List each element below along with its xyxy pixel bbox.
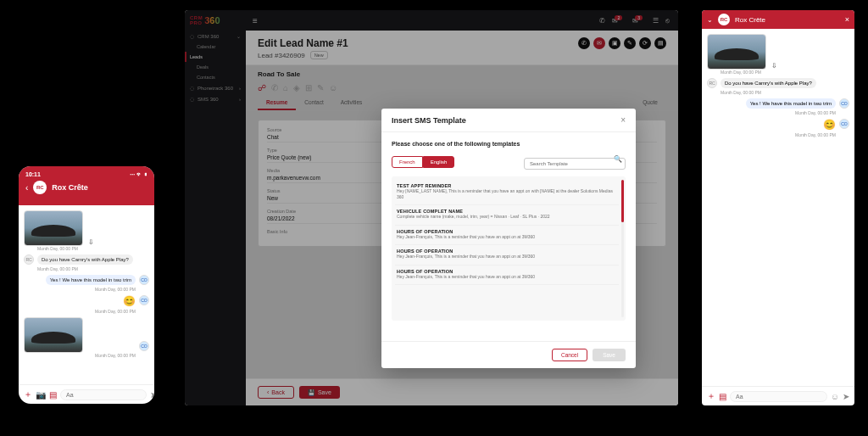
sidebar: CRM PRO 360 ◌ CRM 360⌄ Calendar Leads De… (185, 10, 246, 405)
sms-template-modal: Insert SMS Template × Please choose one … (381, 109, 636, 368)
page-header: Edit Lead Name #1 ✆ ✉ ▣ ✎ ⟳ ▤ Lead #3426… (246, 31, 678, 65)
action-video-icon[interactable]: ▣ (609, 37, 620, 49)
status-icons: ··· ᯤ ▮ (130, 171, 147, 177)
tab-resume[interactable]: Resume (258, 96, 296, 110)
step-icon[interactable]: ⌂ (283, 83, 288, 92)
timestamp: Month Day, 00:00 PM (24, 287, 136, 292)
message-input[interactable] (60, 389, 147, 400)
exit-icon[interactable]: ⎋ (665, 17, 670, 25)
sidebar-item-phonetrack[interactable]: ◌ Phonetrack 360› (185, 82, 246, 93)
step-icon[interactable]: ◈ (293, 83, 300, 92)
save-icon: 💾 (308, 389, 315, 396)
action-phone-icon[interactable]: ✆ (578, 37, 590, 49)
back-icon[interactable]: ‹ (25, 183, 28, 193)
avatar: RC (24, 254, 34, 265)
avatar-agent: CO (139, 275, 149, 285)
template-item[interactable]: HOURS OF OPERATION Hey Jean-François, Th… (395, 226, 619, 246)
message-out: Yes ! We have this model in two trim (746, 98, 836, 109)
chevron-right-icon: › (239, 86, 241, 91)
timestamp: Month Day, 00:00 PM (707, 110, 836, 115)
avatar[interactable]: RC (33, 181, 47, 194)
menu-icon[interactable]: ≡ (253, 16, 258, 25)
template-item[interactable]: TEST APPT REMINDER Hey [NAME_LAST NAME],… (395, 180, 619, 205)
badge: 3 (635, 15, 643, 20)
bell-icon[interactable]: ☰ (653, 17, 659, 25)
lang-english-button[interactable]: English (423, 156, 455, 168)
template-icon[interactable]: ▤ (719, 392, 726, 401)
timestamp: Month Day, 00:00 PM (24, 309, 136, 314)
tab-activities[interactable]: Activities (332, 96, 371, 110)
step-icon[interactable]: ✆ (271, 83, 278, 92)
step-icon[interactable]: ✎ (317, 83, 324, 92)
message-in: Do you have Camry's with Apple Play? (721, 78, 816, 88)
close-icon[interactable]: × (620, 115, 626, 125)
contact-name: Rox Crête (735, 16, 765, 24)
chevron-down-icon: ⌄ (236, 33, 241, 39)
timestamp: Month Day, 00:00 PM (37, 266, 149, 271)
download-icon[interactable]: ⇩ (771, 62, 777, 70)
logo[interactable]: CRM PRO 360 (185, 10, 246, 31)
save-button[interactable]: 💾Save (299, 386, 340, 399)
camera-icon[interactable]: 📷 (36, 390, 46, 400)
action-note-icon[interactable]: ✎ (624, 37, 636, 49)
badge: 2 (615, 15, 622, 20)
image-attachment[interactable] (24, 317, 83, 353)
send-icon[interactable]: ➤ (843, 392, 849, 401)
lang-french-button[interactable]: French (392, 156, 423, 168)
page-title: Edit Lead Name #1 (258, 37, 348, 49)
sidebar-item-deals[interactable]: Deals (185, 62, 246, 72)
send-icon[interactable]: ➤ (150, 390, 154, 400)
sidebar-item-crm[interactable]: ◌ CRM 360⌄ (185, 31, 246, 42)
search-icon[interactable]: 🔍 (614, 155, 622, 163)
sidebar-item-calendar[interactable]: Calendar (185, 42, 246, 52)
phone-header: 10:11 ··· ᯤ ▮ ‹ RC Rox Crête (19, 166, 154, 205)
topbar: ≡ ✆ ✉2 ✉3 ☰ ⎋ (246, 10, 678, 31)
emoji-message: 😊 (823, 119, 836, 131)
add-icon[interactable]: ＋ (24, 388, 32, 400)
emoji-icon[interactable]: ☺ (831, 392, 839, 401)
search-input[interactable] (524, 158, 626, 170)
avatar: RC (707, 78, 717, 88)
template-list[interactable]: TEST APPT REMINDER Hey [NAME_LAST NAME],… (392, 176, 626, 321)
cancel-button[interactable]: Cancel (552, 349, 587, 361)
chevron-right-icon: › (239, 97, 241, 102)
phone-icon[interactable]: ✆ (599, 17, 605, 25)
template-item[interactable]: HOURS OF OPERATION Hey Jean-François, Th… (395, 245, 619, 266)
tab-contact[interactable]: Contact (296, 96, 331, 110)
action-calendar-icon[interactable]: ▤ (654, 37, 666, 49)
step-icon[interactable]: ☍ (258, 83, 266, 92)
back-button[interactable]: ‹Back (258, 386, 294, 399)
modal-title: Insert SMS Template (392, 116, 466, 125)
action-sms-icon[interactable]: ✉ (593, 37, 605, 49)
chat-header: ⌄ RC Rox Crête × (702, 10, 854, 29)
status-time: 10:11 (25, 171, 41, 177)
template-icon[interactable]: ▤ (49, 390, 57, 400)
avatar[interactable]: RC (718, 14, 730, 25)
sidebar-item-contacts[interactable]: Contacts (185, 72, 246, 82)
timestamp: Month Day, 00:00 PM (721, 70, 849, 75)
step-icon[interactable]: ⊞ (305, 83, 312, 92)
step-icon[interactable]: ☺ (329, 83, 337, 92)
emoji-message: 😊 (123, 295, 136, 307)
timestamp: Month Day, 00:00 PM (721, 90, 849, 95)
timestamp: Month Day, 00:00 PM (707, 132, 836, 137)
image-attachment[interactable] (24, 210, 83, 246)
tab-quote[interactable]: Quote (634, 96, 666, 110)
template-item[interactable]: VEHICULE COMPLET NAME Complete vehicle n… (395, 205, 619, 226)
sidebar-item-leads[interactable]: Leads (185, 52, 246, 62)
road-to-sale-steps: ☍ ✆ ⌂ ◈ ⊞ ✎ ☺ (246, 80, 678, 96)
timestamp: Month Day, 00:00 PM (24, 353, 136, 358)
add-icon[interactable]: ＋ (707, 390, 715, 402)
sidebar-item-sms[interactable]: ◌ SMS 360› (185, 93, 246, 104)
image-attachment[interactable] (707, 34, 766, 70)
action-refresh-icon[interactable]: ⟳ (639, 37, 651, 49)
scrollbar-thumb[interactable] (621, 180, 624, 222)
close-icon[interactable]: × (845, 15, 849, 24)
message-input[interactable] (730, 391, 827, 402)
template-item[interactable]: HOURS OF OPERATION Hey Jean-François, Th… (395, 266, 619, 286)
composer: ＋ 📷 ▤ ➤ (19, 384, 154, 404)
avatar-agent: CO (139, 295, 149, 305)
phone-mockup: 10:11 ··· ᯤ ▮ ‹ RC Rox Crête ⇩ Month Day… (19, 166, 154, 404)
chevron-down-icon[interactable]: ⌄ (707, 16, 713, 24)
download-icon[interactable]: ⇩ (88, 238, 94, 246)
